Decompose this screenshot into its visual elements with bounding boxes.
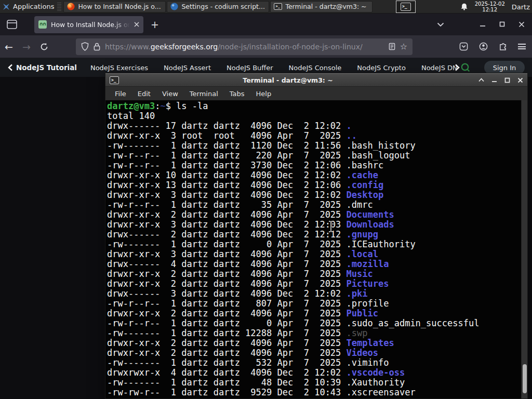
search-icon[interactable] — [460, 62, 471, 73]
taskbar-item-label: Settings - codium script... — [181, 3, 264, 10]
terminal-icon — [401, 3, 411, 11]
nav-link[interactable]: NodeJS Exercises — [90, 64, 148, 72]
menu-item-tabs[interactable]: Tabs — [227, 89, 248, 99]
nav-link[interactable]: NodeJS Console — [289, 64, 342, 72]
menu-item-file[interactable]: File — [112, 89, 129, 99]
pocket-icon[interactable] — [459, 42, 468, 51]
nav-chevron-right-icon[interactable] — [455, 64, 460, 71]
shade-window-icon[interactable] — [478, 78, 484, 82]
terminal-window: Terminal - dartz@vm3: ~ FileEditViewTerm… — [105, 73, 528, 399]
applications-label: Applications — [13, 3, 54, 10]
menu-hamburger-icon[interactable] — [518, 44, 526, 49]
tracking-shield-icon[interactable] — [81, 42, 89, 51]
terminal-menubar: FileEditViewTerminalTabsHelp — [105, 86, 527, 100]
firefox-icon — [67, 3, 75, 10]
tab-close-icon[interactable] — [134, 22, 139, 27]
panel-user-label[interactable]: Dartz — [512, 3, 531, 11]
nav-link[interactable]: NodeJS Buffer — [227, 64, 273, 72]
reader-view-icon[interactable] — [389, 43, 395, 50]
panel-clock[interactable]: 2025-12-02 12:12 — [475, 1, 505, 12]
minimize-window-icon[interactable] — [491, 77, 497, 83]
window-maximize-icon[interactable] — [499, 21, 505, 28]
account-icon[interactable] — [479, 42, 488, 51]
terminal-title: Terminal - dartz@vm3: ~ — [105, 76, 470, 84]
nav-link[interactable]: NodeJS Assert — [164, 64, 211, 72]
nav-chevron-left-icon[interactable] — [7, 64, 13, 71]
nav-links: NodeJS ExercisesNodeJS AssertNodeJS Buff… — [90, 64, 458, 72]
nav-link-active[interactable]: NodeJS Tutorial — [16, 63, 77, 72]
tab-bar: How to Install Node.js on + — [0, 14, 532, 35]
url-domain: geeksforgeeks.org — [151, 43, 218, 51]
workspace-pager[interactable] — [396, 1, 416, 13]
taskbar-item-codium[interactable]: Settings - codium script... — [167, 1, 269, 12]
clock-time: 12:12 — [475, 7, 505, 12]
back-icon[interactable]: ← — [0, 41, 18, 52]
distro-logo-icon — [2, 3, 10, 11]
list-all-tabs-icon[interactable] — [437, 22, 444, 27]
window-close-icon[interactable] — [518, 21, 525, 28]
window-minimize-icon[interactable] — [480, 21, 486, 28]
taskbar-item-firefox[interactable]: How to Install Node.js o... — [63, 1, 166, 12]
taskbar-item-label: Terminal - dartz@vm3: ~ — [285, 3, 366, 10]
forward-icon: → — [18, 41, 35, 52]
clock-date: 2025-12-02 — [475, 1, 505, 7]
url-text[interactable]: https://www.geeksforgeeks.org/node-js/in… — [105, 43, 384, 51]
firefox-view-icon[interactable] — [6, 19, 18, 30]
terminal-body[interactable]: dartz@vm3:~$ ls -la total 140 drwx------… — [105, 100, 527, 398]
browser-toolbar: ← → https://www.geeksforgeeks.org/node-j… — [0, 35, 532, 58]
url-bar[interactable]: https://www.geeksforgeeks.org/node-js/in… — [76, 38, 413, 55]
applications-menu-button[interactable]: Applications — [0, 0, 57, 14]
taskbar-item-label: How to Install Node.js o... — [78, 3, 161, 10]
scrollbar-thumb[interactable] — [523, 364, 527, 393]
menu-item-terminal[interactable]: Terminal — [187, 89, 221, 99]
nav-link[interactable]: NodeJS Crypto — [357, 64, 406, 72]
extensions-icon[interactable] — [499, 42, 507, 51]
url-prefix: https://www. — [105, 43, 151, 51]
new-tab-button[interactable]: + — [151, 19, 159, 30]
maximize-window-icon[interactable] — [504, 77, 510, 83]
bookmark-star-icon[interactable]: ☆ — [400, 42, 407, 51]
text-cursor-pointer — [327, 220, 335, 233]
terminal-titlebar[interactable]: Terminal - dartz@vm3: ~ — [105, 73, 527, 86]
desktop-panel: Applications How to Install Node.js o...… — [0, 0, 532, 14]
url-path: /node-js/installation-of-node-js-on-linu… — [218, 43, 363, 51]
geeksforgeeks-favicon — [38, 20, 47, 29]
menu-item-edit[interactable]: Edit — [135, 89, 154, 99]
terminal-icon — [274, 3, 282, 10]
reload-icon[interactable] — [35, 43, 53, 51]
tab-title: How to Install Node.js on — [51, 21, 130, 29]
panel-grip-handle[interactable] — [57, 3, 61, 11]
nav-link[interactable]: NodeJS DNS — [421, 64, 458, 72]
codium-icon — [170, 3, 178, 10]
padlock-icon[interactable] — [94, 43, 100, 51]
notification-bell-icon[interactable] — [460, 3, 468, 11]
menu-item-view[interactable]: View — [159, 89, 181, 99]
menu-item-help[interactable]: Help — [253, 89, 275, 99]
taskbar-item-terminal[interactable]: Terminal - dartz@vm3: ~ — [270, 1, 373, 12]
terminal-scrollbar[interactable] — [521, 100, 527, 398]
terminal-output: dartz@vm3:~$ ls -la total 140 drwx------… — [105, 100, 527, 397]
browser-tab-active[interactable]: How to Install Node.js on — [34, 16, 143, 33]
close-window-icon[interactable] — [517, 77, 523, 83]
